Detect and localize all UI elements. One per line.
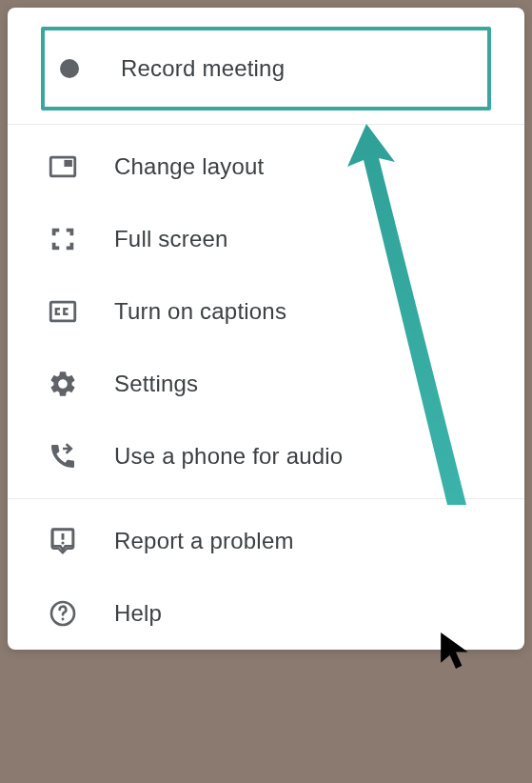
record-icon <box>52 51 87 86</box>
menu-item-label: Turn on captions <box>114 298 286 325</box>
svg-rect-2 <box>64 160 72 167</box>
record-meeting-item[interactable]: Record meeting <box>45 30 487 107</box>
menu-item-label: Use a phone for audio <box>114 443 343 470</box>
fullscreen-icon <box>46 222 80 256</box>
help-item[interactable]: Help <box>8 577 524 650</box>
menu-item-label: Report a problem <box>114 528 294 554</box>
full-screen-item[interactable]: Full screen <box>8 203 524 275</box>
menu-item-label: Help <box>114 600 162 627</box>
divider <box>8 124 524 125</box>
phone-audio-item[interactable]: Use a phone for audio <box>8 420 524 492</box>
menu-item-label: Change layout <box>114 153 264 180</box>
options-menu-panel: Record meeting Change layout Full screen <box>8 8 524 650</box>
change-layout-item[interactable]: Change layout <box>8 130 524 203</box>
svg-point-7 <box>62 618 65 621</box>
help-icon <box>46 596 80 631</box>
report-problem-item[interactable]: Report a problem <box>8 505 524 577</box>
captions-icon <box>46 294 80 329</box>
divider <box>8 498 524 499</box>
svg-point-0 <box>60 59 79 78</box>
layout-icon <box>46 150 80 184</box>
svg-rect-3 <box>50 302 75 321</box>
menu-item-label: Full screen <box>114 226 228 252</box>
feedback-icon <box>46 524 80 558</box>
gear-icon <box>46 367 80 401</box>
turn-on-captions-item[interactable]: Turn on captions <box>8 275 524 348</box>
menu-item-label: Settings <box>114 371 198 397</box>
menu-item-label: Record meeting <box>121 55 285 82</box>
svg-point-5 <box>61 541 64 544</box>
phone-forward-icon <box>46 439 80 473</box>
settings-item[interactable]: Settings <box>8 348 524 420</box>
highlighted-option: Record meeting <box>41 27 491 110</box>
